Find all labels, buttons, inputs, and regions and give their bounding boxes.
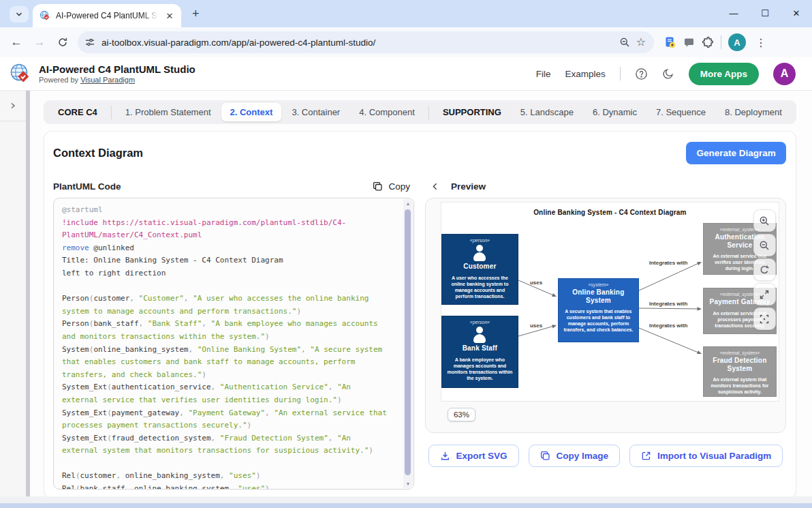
nav-group-label-core-c4: CORE C4 xyxy=(49,107,106,117)
zoom-indicator-icon[interactable] xyxy=(619,37,630,48)
app-logo xyxy=(10,63,31,85)
toolbar-divider xyxy=(721,35,721,49)
external-icon xyxy=(641,451,651,461)
more-apps-button[interactable]: More Apps xyxy=(689,63,759,85)
code-line: left to right direction xyxy=(62,267,396,280)
tab-5-landscape[interactable]: 5. Landscape xyxy=(512,103,582,121)
back-button[interactable]: ← xyxy=(5,31,27,53)
reset-icon xyxy=(759,265,770,275)
reset-button[interactable] xyxy=(753,258,776,281)
app-header: AI-Powered C4 PlantUML Studio Powered by… xyxy=(0,57,812,91)
code-line: external system that monitors transactio… xyxy=(62,445,396,458)
scroll-up-icon[interactable]: ▲ xyxy=(403,201,413,206)
node-name: Customer xyxy=(442,263,518,271)
url-bar[interactable]: ai-toolbox.visual-paradigm.com/app/ai-po… xyxy=(78,31,654,53)
copy-code-button[interactable]: Copy xyxy=(373,181,414,192)
zoom-in-button[interactable] xyxy=(753,209,776,232)
nav-group-label-supporting: SUPPORTING xyxy=(434,107,510,117)
generate-diagram-button[interactable]: Generate Diagram xyxy=(686,142,785,164)
visual-paradigm-link[interactable]: Visual Paradigm xyxy=(80,76,135,84)
fit-button[interactable] xyxy=(753,308,776,330)
site-favicon xyxy=(40,10,50,21)
tab-2-context[interactable]: 2. Context xyxy=(221,103,282,121)
zoom-out-icon xyxy=(759,240,770,251)
tab-close-icon[interactable]: ✕ xyxy=(163,10,176,22)
code-line: processes payment transactions securely.… xyxy=(62,419,396,432)
tab-4-component[interactable]: 4. Component xyxy=(350,103,424,121)
tab-title: AI-Powered C4 PlantUML Studio xyxy=(56,11,158,20)
window-close-button[interactable]: ✕ xyxy=(781,0,812,26)
tab-3-container[interactable]: 3. Container xyxy=(283,103,349,121)
reload-button[interactable] xyxy=(52,31,74,53)
fit-icon xyxy=(759,314,770,325)
code-line: System(online_banking_system, "Online Ba… xyxy=(62,344,396,357)
sidebar-expand-chevron-icon[interactable] xyxy=(9,102,17,110)
site-settings-tune-icon[interactable] xyxy=(84,37,95,48)
tab-7-sequence[interactable]: 7. Sequence xyxy=(647,103,715,121)
bookmark-star-icon[interactable]: ☆ xyxy=(636,37,646,48)
node-description: An external system that monitors transac… xyxy=(704,376,776,395)
main-content: CORE C41. Problem Statement2. Context3. … xyxy=(30,91,812,508)
forward-button[interactable]: → xyxy=(29,31,50,53)
copy-image-button[interactable]: Copy Image xyxy=(529,445,621,467)
scroll-down-icon[interactable]: ▼ xyxy=(403,481,413,486)
diagram-canvas[interactable]: Online Banking System - C4 Context Diagr… xyxy=(441,202,779,402)
window-minimize-button[interactable]: — xyxy=(718,0,749,26)
copy-icon xyxy=(540,451,550,461)
page-title: Context Diagram xyxy=(53,147,143,160)
import-to-visual-paradigm-button[interactable]: Import to Visual Paradigm xyxy=(629,445,783,467)
expand-button[interactable] xyxy=(753,283,776,305)
diagram-node-fraud-detection-system: «external_system»Fraud Detection SystemA… xyxy=(703,346,777,397)
zoom-level-badge: 63% xyxy=(448,408,475,421)
preview-column: Preview Online Banking System - C4 Conte… xyxy=(425,178,786,490)
code-line: transfers, and check balances.") xyxy=(62,369,396,382)
docs-offline-extension-icon[interactable] xyxy=(663,36,676,49)
tab-8-deployment[interactable]: 8. Deployment xyxy=(716,103,791,121)
code-panel-title: PlantUML Code xyxy=(53,181,121,192)
browser-profile-avatar[interactable]: A xyxy=(728,33,746,51)
menu-file[interactable]: File xyxy=(536,69,551,79)
action-button-label: Import to Visual Paradigm xyxy=(657,451,771,461)
code-line: Person(customer, "Customer", "A user who… xyxy=(62,293,396,305)
code-line: !include https://static.visual-paradigm.… xyxy=(62,217,396,230)
browser-tab[interactable]: AI-Powered C4 PlantUML Studio ✕ xyxy=(33,4,181,27)
preview-action-buttons: Export SVGCopy ImageImport to Visual Par… xyxy=(425,445,786,467)
code-scrollbar-thumb[interactable] xyxy=(405,209,411,475)
account-avatar[interactable]: A xyxy=(773,63,796,85)
browser-tab-strip: AI-Powered C4 PlantUML Studio ✕ + — ☐ ✕ xyxy=(0,0,812,27)
diagram-node-customer: «person»CustomerA user who accesses the … xyxy=(441,234,518,305)
menu-examples[interactable]: Examples xyxy=(565,69,605,79)
code-line xyxy=(62,458,396,470)
chevron-down-icon xyxy=(15,10,23,18)
browser-menu-kebab-icon[interactable]: ⋮ xyxy=(753,36,769,49)
window-maximize-button[interactable]: ☐ xyxy=(749,0,781,26)
help-icon[interactable] xyxy=(635,68,648,80)
diagram-node-online-banking-system: «system»Online Banking SystemA secure sy… xyxy=(558,278,639,342)
url-text: ai-toolbox.visual-paradigm.com/app/ai-po… xyxy=(102,38,613,48)
new-tab-button[interactable]: + xyxy=(192,7,200,21)
plantuml-code-editor[interactable]: @startuml!include https://static.visual-… xyxy=(53,198,414,490)
person-icon xyxy=(471,327,488,343)
node-name: Fraud Detection System xyxy=(704,357,776,372)
code-line: System_Ext(fraud_detection_system, "Frau… xyxy=(62,432,396,445)
code-line: system to manage accounts and perform tr… xyxy=(62,305,396,318)
diagram-node-bank-staff: «person»Bank StaffA bank employee who ma… xyxy=(441,316,518,388)
tabbar-divider xyxy=(111,106,112,119)
export-svg-button[interactable]: Export SVG xyxy=(428,445,519,467)
tab-6-dynamic[interactable]: 6. Dynamic xyxy=(584,103,646,121)
edge-label: uses xyxy=(530,280,542,286)
node-stereotype: «system» xyxy=(559,282,638,287)
edge-label: Integrates with xyxy=(649,260,687,266)
collapse-preview-chevron-icon[interactable] xyxy=(431,182,439,191)
tab-1-problem-statement[interactable]: 1. Problem Statement xyxy=(116,103,220,121)
expand-icon xyxy=(759,289,770,300)
zoom-out-button[interactable] xyxy=(753,234,776,256)
extensions-puzzle-icon[interactable] xyxy=(702,36,714,48)
dark-mode-moon-icon[interactable] xyxy=(662,68,674,80)
zoom-in-icon xyxy=(759,215,770,226)
code-line: Rel(customer, online_banking_system, "us… xyxy=(62,470,396,483)
code-line: Title: Online Banking System - C4 Contex… xyxy=(62,254,396,267)
code-scrollbar[interactable]: ▲ ▼ xyxy=(403,199,413,488)
chat-extension-icon[interactable] xyxy=(683,37,695,48)
tab-search-button[interactable] xyxy=(10,6,29,23)
